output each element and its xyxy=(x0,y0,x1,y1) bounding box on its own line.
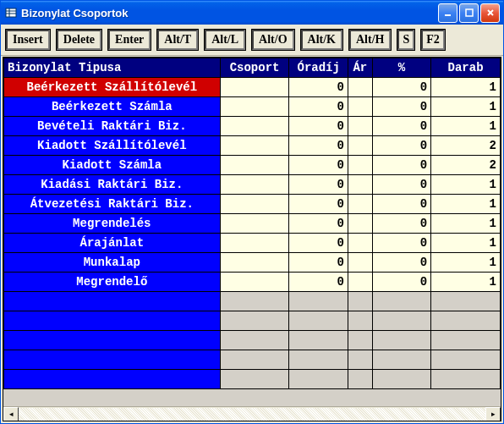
table-row[interactable]: Munkalap001 xyxy=(4,253,501,273)
cell-type[interactable]: Bevételi Raktári Biz. xyxy=(4,117,221,136)
cell-empty[interactable] xyxy=(220,370,289,389)
cell-count[interactable]: 2 xyxy=(431,136,501,156)
cell-empty[interactable] xyxy=(372,370,431,389)
alt-h-button[interactable]: Alt/H xyxy=(349,30,391,50)
cell-group[interactable] xyxy=(220,175,289,195)
cell-empty[interactable] xyxy=(4,331,221,350)
cell-price[interactable] xyxy=(348,195,372,214)
cell-percent[interactable]: 0 xyxy=(372,253,431,273)
cell-percent[interactable]: 0 xyxy=(372,78,431,97)
cell-hourly[interactable]: 0 xyxy=(289,156,348,175)
cell-type[interactable]: Beérkezett Számla xyxy=(4,97,221,117)
cell-count[interactable]: 1 xyxy=(431,273,501,292)
f2-button[interactable]: F2 xyxy=(421,30,445,50)
cell-percent[interactable]: 0 xyxy=(372,273,431,292)
table-row[interactable]: Bevételi Raktári Biz.001 xyxy=(4,117,501,136)
cell-type[interactable]: Megrendelő xyxy=(4,273,221,292)
minimize-button[interactable] xyxy=(438,3,457,23)
cell-type[interactable]: Kiadási Raktári Biz. xyxy=(4,175,221,195)
cell-hourly[interactable]: 0 xyxy=(289,195,348,214)
cell-price[interactable] xyxy=(348,156,372,175)
cell-empty[interactable] xyxy=(289,350,348,370)
table-row[interactable]: Átvezetési Raktári Biz.001 xyxy=(4,195,501,214)
table-row-empty[interactable] xyxy=(4,292,501,311)
cell-group[interactable] xyxy=(220,78,289,97)
table-row[interactable]: Kiadott Szállítólevél002 xyxy=(4,136,501,156)
cell-empty[interactable] xyxy=(348,331,372,350)
cell-price[interactable] xyxy=(348,78,372,97)
cell-empty[interactable] xyxy=(4,311,221,331)
alt-o-button[interactable]: Alt/O xyxy=(252,30,293,50)
scroll-track[interactable] xyxy=(19,408,485,421)
cell-empty[interactable] xyxy=(372,331,431,350)
cell-group[interactable] xyxy=(220,273,289,292)
cell-count[interactable]: 1 xyxy=(431,97,501,117)
cell-empty[interactable] xyxy=(372,311,431,331)
cell-hourly[interactable]: 0 xyxy=(289,136,348,156)
cell-price[interactable] xyxy=(348,136,372,156)
cell-empty[interactable] xyxy=(4,350,221,370)
table-row[interactable]: Beérkezett Számla001 xyxy=(4,97,501,117)
cell-hourly[interactable]: 0 xyxy=(289,97,348,117)
cell-empty[interactable] xyxy=(220,331,289,350)
cell-group[interactable] xyxy=(220,97,289,117)
cell-count[interactable]: 1 xyxy=(431,234,501,253)
cell-percent[interactable]: 0 xyxy=(372,175,431,195)
cell-count[interactable]: 1 xyxy=(431,78,501,97)
cell-empty[interactable] xyxy=(289,331,348,350)
cell-type[interactable]: Átvezetési Raktári Biz. xyxy=(4,195,221,214)
col-hourly[interactable]: Óradíj xyxy=(289,58,348,78)
grid-table[interactable]: Bizonylat Tipusa Csoport Óradíj Ár % Dar… xyxy=(3,58,501,389)
cell-empty[interactable] xyxy=(431,350,501,370)
cell-price[interactable] xyxy=(348,175,372,195)
cell-group[interactable] xyxy=(220,117,289,136)
table-row-empty[interactable] xyxy=(4,331,501,350)
table-row-empty[interactable] xyxy=(4,370,501,389)
cell-empty[interactable] xyxy=(348,311,372,331)
cell-type[interactable]: Kiadott Szállítólevél xyxy=(4,136,221,156)
table-row[interactable]: Kiadott Számla002 xyxy=(4,156,501,175)
cell-type[interactable]: Kiadott Számla xyxy=(4,156,221,175)
col-price[interactable]: Ár xyxy=(348,58,372,78)
cell-percent[interactable]: 0 xyxy=(372,214,431,234)
titlebar[interactable]: Bizonylat Csoportok xyxy=(1,1,503,25)
cell-type[interactable]: Árajánlat xyxy=(4,234,221,253)
cell-price[interactable] xyxy=(348,253,372,273)
cell-empty[interactable] xyxy=(220,350,289,370)
maximize-button[interactable] xyxy=(459,3,479,23)
cell-price[interactable] xyxy=(348,214,372,234)
cell-group[interactable] xyxy=(220,253,289,273)
cell-type[interactable]: Megrendelés xyxy=(4,214,221,234)
cell-percent[interactable]: 0 xyxy=(372,136,431,156)
cell-group[interactable] xyxy=(220,234,289,253)
cell-percent[interactable]: 0 xyxy=(372,97,431,117)
cell-empty[interactable] xyxy=(431,311,501,331)
close-button[interactable] xyxy=(480,3,500,23)
cell-empty[interactable] xyxy=(4,370,221,389)
table-row[interactable]: Kiadási Raktári Biz.001 xyxy=(4,175,501,195)
enter-button[interactable]: Enter xyxy=(108,30,151,50)
alt-t-button[interactable]: Alt/T xyxy=(157,30,198,50)
cell-count[interactable]: 1 xyxy=(431,195,501,214)
cell-type[interactable]: Beérkezett Szállítólevél xyxy=(4,78,221,97)
cell-empty[interactable] xyxy=(289,311,348,331)
cell-empty[interactable] xyxy=(4,292,221,311)
cell-group[interactable] xyxy=(220,136,289,156)
cell-percent[interactable]: 0 xyxy=(372,156,431,175)
cell-empty[interactable] xyxy=(372,350,431,370)
cell-price[interactable] xyxy=(348,273,372,292)
cell-price[interactable] xyxy=(348,97,372,117)
cell-count[interactable]: 1 xyxy=(431,175,501,195)
cell-empty[interactable] xyxy=(348,350,372,370)
cell-empty[interactable] xyxy=(220,292,289,311)
s-button[interactable]: S xyxy=(397,30,414,50)
cell-price[interactable] xyxy=(348,117,372,136)
cell-hourly[interactable]: 0 xyxy=(289,273,348,292)
cell-empty[interactable] xyxy=(431,292,501,311)
cell-hourly[interactable]: 0 xyxy=(289,253,348,273)
cell-count[interactable]: 1 xyxy=(431,253,501,273)
alt-k-button[interactable]: Alt/K xyxy=(301,30,342,50)
cell-type[interactable]: Munkalap xyxy=(4,253,221,273)
cell-group[interactable] xyxy=(220,214,289,234)
col-count[interactable]: Darab xyxy=(431,58,501,78)
